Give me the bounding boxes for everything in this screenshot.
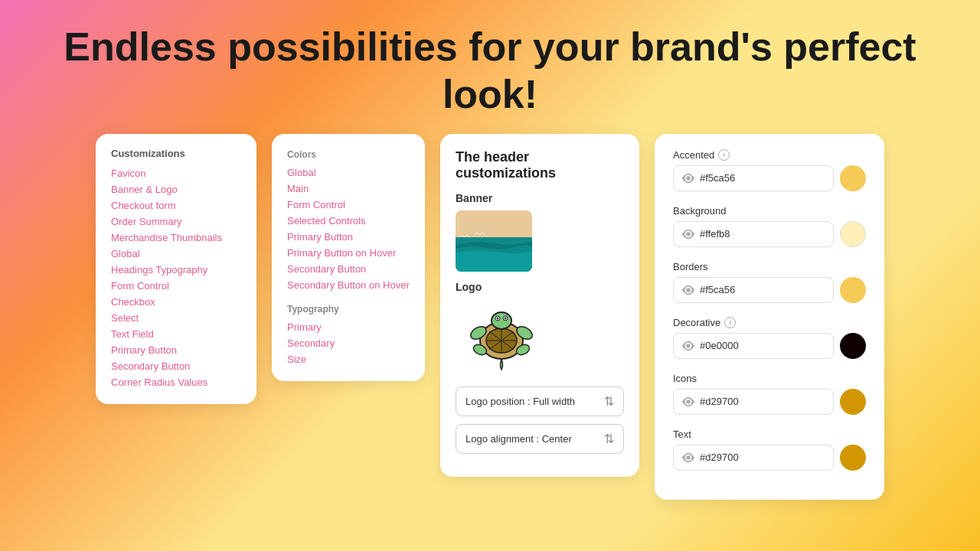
- nav-merchandise-thumbnails[interactable]: Merchandise Thumbnails: [111, 230, 241, 246]
- accented-input-row: [673, 165, 866, 191]
- borders-swatch[interactable]: [840, 277, 866, 303]
- eye-icon-borders: [681, 283, 695, 297]
- customizations-nav: Favicon Banner & Logo Checkout form Orde…: [111, 165, 241, 390]
- nav-secondary-button[interactable]: Secondary Button: [111, 358, 241, 374]
- page-headline: Endless possibilities for your brand's p…: [0, 0, 980, 134]
- decorative-swatch[interactable]: [840, 333, 866, 359]
- background-hex-input[interactable]: [700, 228, 825, 240]
- logo-alignment-value: Logo alignment : Center: [466, 433, 572, 445]
- eye-icon-text: [681, 451, 695, 465]
- decorative-label: Decorative i: [673, 317, 866, 328]
- eye-icon-bg: [681, 227, 695, 241]
- typo-secondary[interactable]: Secondary: [287, 335, 410, 351]
- nav-corner-radius[interactable]: Corner Radius Values: [111, 374, 241, 390]
- banner-image: [456, 210, 532, 272]
- color-primary-button-hover[interactable]: Primary Button on Hover: [287, 245, 410, 261]
- banner-label: Banner: [456, 192, 624, 204]
- color-selected-controls[interactable]: Selected Controls: [287, 213, 410, 229]
- logo-section: Logo: [456, 281, 624, 376]
- color-row-borders: Borders: [673, 261, 866, 303]
- center-panel-heading: The header customizations: [456, 149, 624, 181]
- background-input-row: [673, 221, 866, 247]
- logo-position-dropdown[interactable]: Logo position : Full width ⇅: [456, 386, 624, 416]
- customizations-panel: Customizations Favicon Banner & Logo Che…: [96, 134, 256, 404]
- text-input-row: [673, 445, 866, 471]
- accented-label: Accented i: [673, 149, 866, 161]
- background-swatch[interactable]: [840, 221, 866, 247]
- color-config-panel: Accented i Background Bor: [655, 134, 884, 500]
- accented-hex-input[interactable]: [700, 172, 825, 184]
- panels-container: Customizations Favicon Banner & Logo Che…: [0, 134, 980, 500]
- icons-swatch[interactable]: [840, 389, 866, 415]
- accented-swatch[interactable]: [840, 165, 866, 191]
- background-input-wrap: [673, 221, 834, 247]
- nav-form-control[interactable]: Form Control: [111, 278, 241, 294]
- turtle-logo: [456, 299, 547, 376]
- text-swatch[interactable]: [840, 445, 866, 471]
- color-secondary-button-hover[interactable]: Secondary Button on Hover: [287, 277, 410, 293]
- color-row-decorative: Decorative i: [673, 317, 866, 359]
- color-row-background: Background: [673, 205, 866, 247]
- nav-select[interactable]: Select: [111, 310, 241, 326]
- decorative-input-row: [673, 333, 866, 359]
- color-row-accented: Accented i: [673, 149, 866, 191]
- svg-point-8: [492, 312, 511, 329]
- color-row-icons: Icons: [673, 373, 866, 415]
- icons-hex-input[interactable]: [700, 396, 825, 407]
- nav-headings-typography[interactable]: Headings Typography: [111, 262, 241, 278]
- color-row-text: Text: [673, 429, 866, 471]
- svg-point-12: [505, 318, 507, 320]
- nav-checkbox[interactable]: Checkbox: [111, 294, 241, 310]
- borders-label: Borders: [673, 261, 866, 272]
- color-secondary-button[interactable]: Secondary Button: [287, 261, 410, 277]
- svg-point-11: [497, 318, 499, 320]
- typo-size[interactable]: Size: [287, 351, 410, 367]
- text-input-wrap: [673, 445, 834, 471]
- nav-global[interactable]: Global: [111, 246, 241, 262]
- customizations-title: Customizations: [111, 148, 241, 159]
- typography-section: Typography Primary Secondary Size: [287, 304, 410, 367]
- borders-hex-input[interactable]: [700, 284, 825, 295]
- chevron-updown-icon: ⇅: [604, 394, 614, 409]
- color-main[interactable]: Main: [287, 181, 410, 197]
- background-label: Background: [673, 205, 866, 217]
- color-primary-button[interactable]: Primary Button: [287, 229, 410, 245]
- nav-primary-button[interactable]: Primary Button: [111, 342, 241, 358]
- icons-input-wrap: [673, 389, 834, 415]
- nav-text-field[interactable]: Text Field: [111, 326, 241, 342]
- decorative-info-icon[interactable]: i: [724, 317, 736, 328]
- nav-order-summary[interactable]: Order Summary: [111, 214, 241, 230]
- colors-category-title: Colors: [287, 149, 410, 160]
- decorative-hex-input[interactable]: [700, 340, 825, 351]
- text-hex-input[interactable]: [700, 452, 825, 463]
- header-customizations-panel: The header customizations Banner Logo: [440, 134, 639, 477]
- eye-icon: [681, 171, 695, 185]
- icons-input-row: [673, 389, 866, 415]
- color-form-control[interactable]: Form Control: [287, 197, 410, 213]
- logo-label: Logo: [456, 281, 624, 293]
- icons-label: Icons: [673, 373, 866, 384]
- typography-category-title: Typography: [287, 304, 410, 315]
- decorative-input-wrap: [673, 333, 834, 359]
- nav-banner-logo[interactable]: Banner & Logo: [111, 181, 241, 197]
- nav-favicon[interactable]: Favicon: [111, 165, 241, 181]
- typo-primary[interactable]: Primary: [287, 319, 410, 335]
- borders-input-wrap: [673, 277, 834, 303]
- eye-icon-icons: [681, 395, 695, 409]
- accented-input-wrap: [673, 165, 834, 191]
- nav-checkout-form[interactable]: Checkout form: [111, 197, 241, 214]
- chevron-updown-icon-2: ⇅: [604, 432, 614, 446]
- accented-info-icon[interactable]: i: [718, 149, 730, 161]
- logo-position-value: Logo position : Full width: [466, 396, 575, 407]
- logo-alignment-dropdown[interactable]: Logo alignment : Center ⇅: [456, 424, 624, 454]
- color-global[interactable]: Global: [287, 165, 410, 181]
- text-label: Text: [673, 429, 866, 440]
- borders-input-row: [673, 277, 866, 303]
- colors-typography-panel: Colors Global Main Form Control Selected…: [272, 134, 425, 381]
- eye-icon-decorative: [681, 339, 695, 353]
